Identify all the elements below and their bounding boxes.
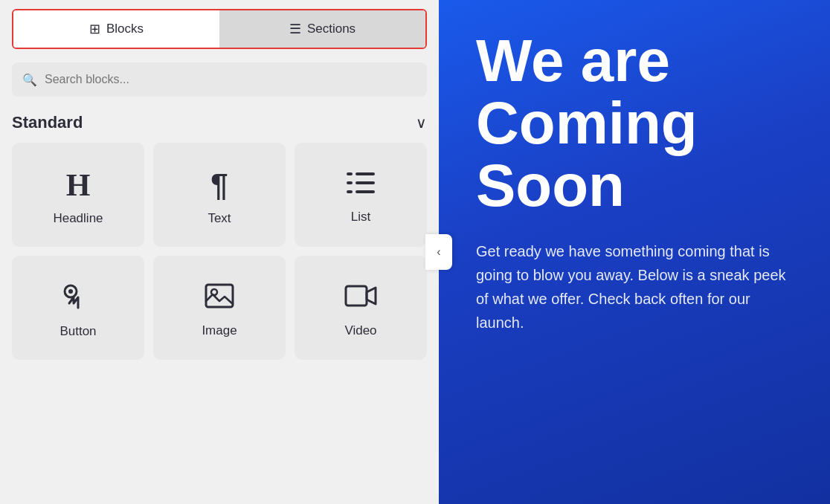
svg-point-7	[68, 289, 73, 294]
sections-tab-icon: ☰	[289, 21, 301, 37]
standard-section-title: Standard	[12, 113, 83, 132]
tab-blocks-label: Blocks	[106, 22, 144, 36]
video-icon	[344, 283, 377, 313]
tab-sections[interactable]: ☰ Sections	[219, 10, 425, 48]
preview-body: Get ready we have something coming that …	[476, 239, 788, 335]
left-panel: ⊞ Blocks ☰ Sections 🔍 Standard ∨ H Headl…	[0, 0, 439, 504]
button-icon	[63, 282, 93, 314]
svg-rect-0	[356, 172, 375, 175]
blocks-tab-icon: ⊞	[89, 21, 100, 37]
block-text[interactable]: ¶ Text	[153, 143, 286, 247]
svg-rect-3	[347, 181, 353, 184]
svg-rect-2	[356, 181, 375, 184]
svg-rect-5	[347, 190, 353, 193]
search-container: 🔍	[12, 62, 427, 97]
block-button[interactable]: Button	[12, 256, 144, 360]
blocks-grid: H Headline ¶ Text	[0, 143, 439, 372]
standard-section-header: Standard ∨	[0, 106, 439, 143]
list-icon	[347, 171, 375, 199]
block-headline[interactable]: H Headline	[12, 143, 144, 247]
chevron-down-icon[interactable]: ∨	[416, 114, 427, 132]
svg-rect-10	[346, 286, 367, 306]
tab-blocks[interactable]: ⊞ Blocks	[13, 10, 219, 48]
svg-rect-1	[347, 172, 353, 175]
block-list[interactable]: List	[295, 143, 427, 247]
block-video-label: Video	[344, 323, 376, 338]
search-input[interactable]	[12, 62, 427, 97]
block-text-label: Text	[208, 211, 231, 226]
tab-sections-label: Sections	[307, 22, 356, 36]
preview-panel: We are Coming Soon Get ready we have som…	[439, 0, 830, 504]
image-icon	[205, 283, 234, 313]
block-button-label: Button	[59, 324, 96, 339]
block-image[interactable]: Image	[153, 256, 286, 360]
collapse-panel-button[interactable]: ‹	[425, 234, 452, 270]
block-image-label: Image	[202, 323, 237, 338]
headline-icon: H	[66, 169, 91, 201]
search-icon: 🔍	[22, 73, 37, 87]
block-video[interactable]: Video	[295, 256, 427, 360]
svg-rect-4	[356, 190, 375, 193]
text-icon: ¶	[210, 169, 228, 201]
tab-bar: ⊞ Blocks ☰ Sections	[12, 9, 427, 49]
preview-title: We are Coming Soon	[476, 30, 800, 217]
block-headline-label: Headline	[53, 211, 103, 226]
collapse-icon: ‹	[437, 245, 440, 259]
block-list-label: List	[351, 210, 370, 224]
